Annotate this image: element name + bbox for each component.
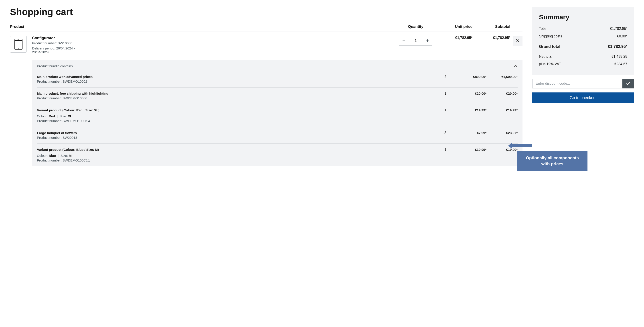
svg-point-3 bbox=[18, 48, 19, 49]
phone-icon bbox=[14, 39, 23, 50]
qty-decrement-button[interactable] bbox=[399, 36, 408, 46]
summary-shipping-value: €0.00* bbox=[617, 34, 627, 38]
bundle-container: Product bundle contains Main product wit… bbox=[32, 60, 522, 166]
summary-net-value: €1,498.28 bbox=[612, 55, 627, 59]
summary-net-row: Net total €1,498.28 bbox=[539, 52, 627, 60]
check-icon bbox=[626, 82, 630, 85]
discount-code-input[interactable] bbox=[532, 79, 622, 88]
bundle-item-unit: €19.99* bbox=[446, 148, 486, 162]
summary-total-value: €1,782.95* bbox=[610, 27, 627, 31]
summary-total-row: Total €1,782.95* bbox=[539, 25, 627, 33]
bundle-item: Variant product (Colour: Red / Size: XL)… bbox=[37, 104, 518, 127]
bundle-item-title: Variant product (Colour: Red / Size: XL) bbox=[37, 108, 418, 112]
header-subtotal: Subtotal bbox=[472, 25, 510, 29]
bundle-item-title: Variant product (Colour: Blue / Size: M) bbox=[37, 148, 418, 151]
bundle-item-title: Main product, free shipping with highlig… bbox=[37, 92, 418, 95]
bundle-item-sub: €20.00* bbox=[486, 92, 518, 100]
bundle-item-title: Large bouquet of flowers bbox=[37, 131, 418, 135]
product-number: Product number: SW10000 bbox=[32, 41, 397, 45]
bundle-item: Variant product (Colour: Blue / Size: M)… bbox=[37, 143, 518, 166]
bundle-item-unit: €20.00* bbox=[446, 92, 486, 100]
header-product: Product bbox=[10, 25, 397, 29]
product-name: Configurator bbox=[32, 36, 397, 40]
summary-total-label: Total bbox=[539, 27, 546, 31]
delivery-period: Delivery period: 26/04/2024 - 28/04/2024 bbox=[32, 46, 76, 54]
bundle-item-sub: €19.99* bbox=[486, 108, 518, 123]
bundle-item: Main product, free shipping with highlig… bbox=[37, 87, 518, 104]
bundle-item-pn: Product number: SWDEMO10005.4 bbox=[37, 119, 418, 123]
bundle-item-qty: 1 bbox=[420, 148, 446, 162]
summary-vat-row: plus 19% VAT €284.67 bbox=[539, 60, 627, 68]
qty-value: 1 bbox=[408, 39, 423, 43]
apply-discount-button[interactable] bbox=[622, 79, 634, 88]
summary-shipping-row: Shipping costs €0.00* bbox=[539, 33, 627, 40]
minus-icon bbox=[402, 39, 406, 42]
unit-price: €1,782.95* bbox=[434, 36, 472, 55]
bundle-item-pn: Product number: SW20013 bbox=[37, 136, 418, 139]
summary-vat-label: plus 19% VAT bbox=[539, 62, 561, 66]
remove-item-button[interactable] bbox=[513, 36, 522, 46]
bundle-item-unit: €7.99* bbox=[446, 131, 486, 139]
close-icon bbox=[516, 39, 520, 43]
bundle-item-title: Main product with advanced prices bbox=[37, 75, 418, 79]
chevron-up-icon bbox=[514, 65, 518, 67]
bundle-item-pn: Product number: SWDEMO10006 bbox=[37, 96, 418, 100]
bundle-item: Large bouquet of flowersProduct number: … bbox=[37, 127, 518, 143]
summary-net-label: Net total bbox=[539, 55, 552, 59]
summary-box: Summary Total €1,782.95* Shipping costs … bbox=[532, 7, 634, 75]
header-unit-price: Unit price bbox=[434, 25, 472, 29]
bundle-item-qty: 2 bbox=[420, 75, 446, 83]
bundle-item-qty: 3 bbox=[420, 131, 446, 139]
subtotal-price: €1,782.95* bbox=[472, 36, 510, 55]
bundle-item-qty: 1 bbox=[420, 108, 446, 123]
quantity-stepper[interactable]: 1 bbox=[399, 36, 432, 46]
collapse-bundle-button[interactable] bbox=[514, 64, 518, 68]
summary-grand-label: Grand total bbox=[539, 44, 560, 49]
bundle-item-sub: €23.97* bbox=[486, 131, 518, 139]
bundle-item-sub: €1,600.00* bbox=[486, 75, 518, 83]
bundle-item-attrs: Colour: Blue | Size: M bbox=[37, 154, 418, 157]
bundle-item-attrs: Colour: Red | Size: XL bbox=[37, 114, 418, 118]
bundle-item-pn: Product number: SWDEMO10005.1 bbox=[37, 158, 418, 162]
product-thumbnail bbox=[10, 36, 27, 53]
bundle-label: Product bundle contains bbox=[37, 64, 73, 68]
bundle-item-unit: €19.99* bbox=[446, 108, 486, 123]
annotation-arrow bbox=[512, 144, 532, 147]
cart-header-row: Product Quantity Unit price Subtotal bbox=[10, 22, 522, 32]
cart-item-row: Configurator Product number: SW10000 Del… bbox=[10, 32, 522, 55]
summary-grand-row: Grand total €1,782.95* bbox=[539, 41, 627, 52]
header-quantity: Quantity bbox=[397, 25, 434, 29]
summary-vat-value: €284.67 bbox=[614, 62, 627, 66]
bundle-item-unit: €800.00* bbox=[446, 75, 486, 83]
annotation-callout: Optionally all components with prices bbox=[517, 151, 588, 171]
checkout-button[interactable]: Go to checkout bbox=[532, 92, 634, 103]
summary-title: Summary bbox=[539, 13, 627, 21]
summary-shipping-label: Shipping costs bbox=[539, 34, 562, 38]
plus-icon bbox=[426, 39, 429, 42]
bundle-item-pn: Product number: SWDEMO10002 bbox=[37, 80, 418, 83]
qty-increment-button[interactable] bbox=[423, 36, 432, 46]
page-title: Shopping cart bbox=[10, 7, 522, 17]
bundle-item-qty: 1 bbox=[420, 92, 446, 100]
bundle-item: Main product with advanced pricesProduct… bbox=[37, 71, 518, 87]
summary-grand-value: €1,782.95* bbox=[608, 44, 627, 49]
bundle-item-sub: €19.99* bbox=[486, 148, 518, 162]
